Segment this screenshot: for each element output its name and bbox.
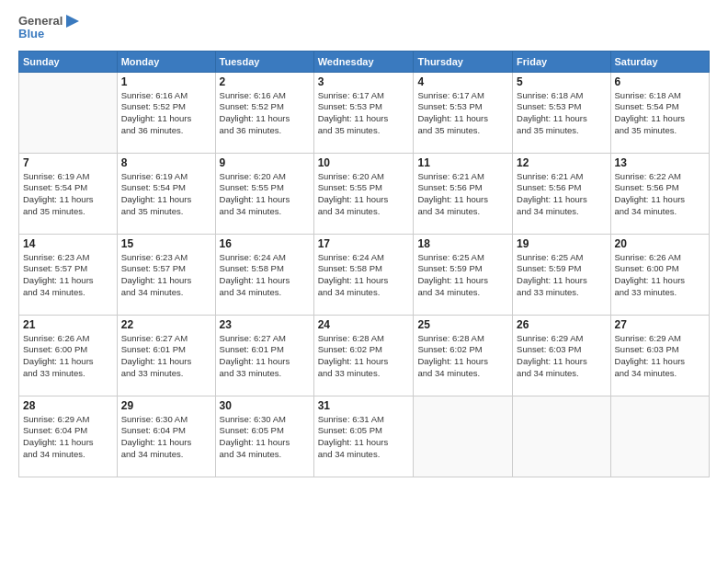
day-number: 26	[517, 318, 606, 331]
calendar-day-cell: 8Sunrise: 6:19 AM Sunset: 5:54 PM Daylig…	[117, 153, 215, 234]
day-info: Sunrise: 6:27 AM Sunset: 6:01 PM Dayligh…	[121, 333, 211, 380]
calendar-day-cell: 22Sunrise: 6:27 AM Sunset: 6:01 PM Dayli…	[117, 315, 215, 396]
svg-marker-0	[66, 15, 79, 28]
day-number: 21	[23, 318, 113, 331]
weekday-header: Friday	[513, 51, 610, 72]
day-number: 25	[417, 318, 508, 331]
calendar-day-cell: 11Sunrise: 6:21 AM Sunset: 5:56 PM Dayli…	[414, 153, 513, 234]
calendar-day-cell: 23Sunrise: 6:27 AM Sunset: 6:01 PM Dayli…	[215, 315, 313, 396]
day-number: 6	[615, 75, 705, 88]
calendar-day-cell: 13Sunrise: 6:22 AM Sunset: 5:56 PM Dayli…	[610, 153, 709, 234]
day-number: 31	[318, 399, 410, 412]
day-info: Sunrise: 6:21 AM Sunset: 5:56 PM Dayligh…	[517, 171, 606, 218]
calendar-week-row: 21Sunrise: 6:26 AM Sunset: 6:00 PM Dayli…	[19, 315, 710, 396]
day-number: 16	[220, 237, 310, 250]
day-info: Sunrise: 6:25 AM Sunset: 5:59 PM Dayligh…	[517, 252, 606, 299]
calendar-day-cell	[19, 72, 118, 153]
calendar-day-cell: 31Sunrise: 6:31 AM Sunset: 6:05 PM Dayli…	[313, 396, 414, 477]
page: GeneralBlue SundayMondayTuesdayWednesday…	[0, 0, 728, 563]
day-number: 19	[517, 237, 606, 250]
day-number: 28	[23, 399, 113, 412]
day-info: Sunrise: 6:16 AM Sunset: 5:52 PM Dayligh…	[121, 90, 211, 137]
day-number: 27	[615, 318, 705, 331]
day-number: 20	[615, 237, 705, 250]
day-info: Sunrise: 6:17 AM Sunset: 5:53 PM Dayligh…	[318, 90, 410, 137]
weekday-header: Monday	[117, 51, 215, 72]
calendar-day-cell: 9Sunrise: 6:20 AM Sunset: 5:55 PM Daylig…	[215, 153, 313, 234]
calendar-day-cell: 14Sunrise: 6:23 AM Sunset: 5:57 PM Dayli…	[19, 234, 118, 315]
day-number: 12	[517, 156, 606, 169]
day-info: Sunrise: 6:29 AM Sunset: 6:04 PM Dayligh…	[23, 414, 113, 461]
weekday-header: Saturday	[610, 51, 709, 72]
logo: GeneralBlue	[18, 15, 79, 41]
day-info: Sunrise: 6:17 AM Sunset: 5:53 PM Dayligh…	[417, 90, 508, 137]
day-info: Sunrise: 6:26 AM Sunset: 6:00 PM Dayligh…	[615, 252, 705, 299]
day-info: Sunrise: 6:19 AM Sunset: 5:54 PM Dayligh…	[23, 171, 113, 218]
calendar-week-row: 28Sunrise: 6:29 AM Sunset: 6:04 PM Dayli…	[19, 396, 710, 477]
day-number: 22	[121, 318, 211, 331]
day-info: Sunrise: 6:19 AM Sunset: 5:54 PM Dayligh…	[121, 171, 211, 218]
day-number: 4	[417, 75, 508, 88]
day-info: Sunrise: 6:21 AM Sunset: 5:56 PM Dayligh…	[417, 171, 508, 218]
day-number: 13	[615, 156, 705, 169]
day-info: Sunrise: 6:29 AM Sunset: 6:03 PM Dayligh…	[615, 333, 705, 380]
calendar-day-cell: 16Sunrise: 6:24 AM Sunset: 5:58 PM Dayli…	[215, 234, 313, 315]
day-number: 15	[121, 237, 211, 250]
day-number: 3	[318, 75, 410, 88]
calendar-day-cell: 28Sunrise: 6:29 AM Sunset: 6:04 PM Dayli…	[19, 396, 118, 477]
day-number: 18	[417, 237, 508, 250]
calendar-day-cell: 25Sunrise: 6:28 AM Sunset: 6:02 PM Dayli…	[414, 315, 513, 396]
calendar-day-cell: 3Sunrise: 6:17 AM Sunset: 5:53 PM Daylig…	[313, 72, 414, 153]
calendar-day-cell: 21Sunrise: 6:26 AM Sunset: 6:00 PM Dayli…	[19, 315, 118, 396]
calendar-week-row: 14Sunrise: 6:23 AM Sunset: 5:57 PM Dayli…	[19, 234, 710, 315]
day-number: 24	[318, 318, 410, 331]
header: GeneralBlue	[18, 15, 710, 41]
calendar-day-cell: 4Sunrise: 6:17 AM Sunset: 5:53 PM Daylig…	[414, 72, 513, 153]
day-info: Sunrise: 6:26 AM Sunset: 6:00 PM Dayligh…	[23, 333, 113, 380]
day-info: Sunrise: 6:25 AM Sunset: 5:59 PM Dayligh…	[417, 252, 508, 299]
calendar-day-cell: 7Sunrise: 6:19 AM Sunset: 5:54 PM Daylig…	[19, 153, 118, 234]
day-number: 30	[220, 399, 310, 412]
day-number: 11	[417, 156, 508, 169]
calendar-day-cell	[414, 396, 513, 477]
day-number: 5	[517, 75, 606, 88]
day-number: 7	[23, 156, 113, 169]
day-info: Sunrise: 6:29 AM Sunset: 6:03 PM Dayligh…	[517, 333, 606, 380]
calendar-day-cell: 29Sunrise: 6:30 AM Sunset: 6:04 PM Dayli…	[117, 396, 215, 477]
day-info: Sunrise: 6:18 AM Sunset: 5:53 PM Dayligh…	[517, 90, 606, 137]
calendar-day-cell: 26Sunrise: 6:29 AM Sunset: 6:03 PM Dayli…	[513, 315, 610, 396]
calendar-day-cell: 6Sunrise: 6:18 AM Sunset: 5:54 PM Daylig…	[610, 72, 709, 153]
weekday-header: Sunday	[19, 51, 118, 72]
calendar-day-cell: 1Sunrise: 6:16 AM Sunset: 5:52 PM Daylig…	[117, 72, 215, 153]
calendar-day-cell	[513, 396, 610, 477]
day-info: Sunrise: 6:18 AM Sunset: 5:54 PM Dayligh…	[615, 90, 705, 137]
day-info: Sunrise: 6:23 AM Sunset: 5:57 PM Dayligh…	[23, 252, 113, 299]
day-number: 2	[220, 75, 310, 88]
calendar-week-row: 1Sunrise: 6:16 AM Sunset: 5:52 PM Daylig…	[19, 72, 710, 153]
weekday-header: Tuesday	[215, 51, 313, 72]
day-info: Sunrise: 6:22 AM Sunset: 5:56 PM Dayligh…	[615, 171, 705, 218]
calendar-day-cell: 30Sunrise: 6:30 AM Sunset: 6:05 PM Dayli…	[215, 396, 313, 477]
weekday-header: Thursday	[414, 51, 513, 72]
calendar-day-cell: 2Sunrise: 6:16 AM Sunset: 5:52 PM Daylig…	[215, 72, 313, 153]
day-info: Sunrise: 6:27 AM Sunset: 6:01 PM Dayligh…	[220, 333, 310, 380]
day-info: Sunrise: 6:16 AM Sunset: 5:52 PM Dayligh…	[220, 90, 310, 137]
day-number: 9	[220, 156, 310, 169]
day-info: Sunrise: 6:24 AM Sunset: 5:58 PM Dayligh…	[220, 252, 310, 299]
day-info: Sunrise: 6:30 AM Sunset: 6:04 PM Dayligh…	[121, 414, 211, 461]
day-number: 17	[318, 237, 410, 250]
calendar-day-cell	[610, 396, 709, 477]
day-info: Sunrise: 6:31 AM Sunset: 6:05 PM Dayligh…	[318, 414, 410, 461]
day-info: Sunrise: 6:20 AM Sunset: 5:55 PM Dayligh…	[318, 171, 410, 218]
calendar-day-cell: 15Sunrise: 6:23 AM Sunset: 5:57 PM Dayli…	[117, 234, 215, 315]
calendar-day-cell: 12Sunrise: 6:21 AM Sunset: 5:56 PM Dayli…	[513, 153, 610, 234]
weekday-header-row: SundayMondayTuesdayWednesdayThursdayFrid…	[19, 51, 710, 72]
calendar-day-cell: 18Sunrise: 6:25 AM Sunset: 5:59 PM Dayli…	[414, 234, 513, 315]
calendar-table: SundayMondayTuesdayWednesdayThursdayFrid…	[18, 51, 710, 477]
day-info: Sunrise: 6:28 AM Sunset: 6:02 PM Dayligh…	[417, 333, 508, 380]
day-number: 10	[318, 156, 410, 169]
calendar-day-cell: 10Sunrise: 6:20 AM Sunset: 5:55 PM Dayli…	[313, 153, 414, 234]
logo-triangle-icon	[66, 15, 79, 40]
day-number: 1	[121, 75, 211, 88]
calendar-day-cell: 20Sunrise: 6:26 AM Sunset: 6:00 PM Dayli…	[610, 234, 709, 315]
